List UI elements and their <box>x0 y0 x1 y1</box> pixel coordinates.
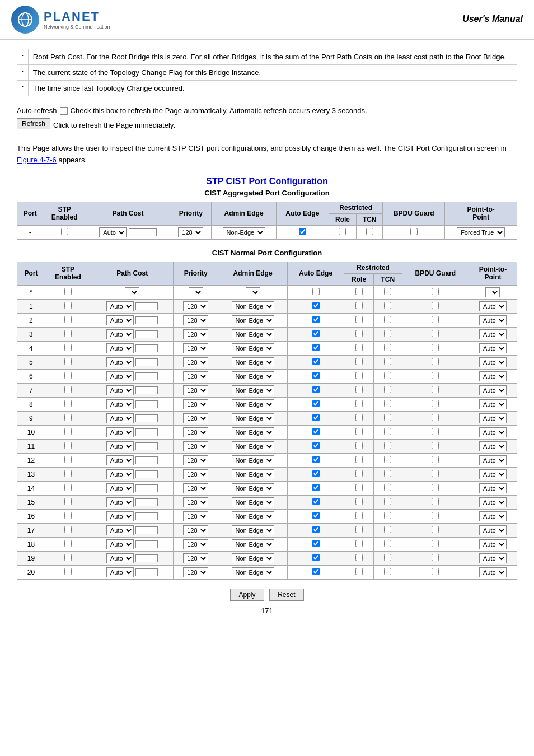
path-cost-select[interactable]: Auto <box>106 301 134 311</box>
priority-cell[interactable]: 128 <box>174 523 218 537</box>
adminedge-select[interactable]: Non-Edge <box>232 371 274 381</box>
path-cost-input[interactable] <box>135 540 158 548</box>
role-checkbox[interactable] <box>355 358 363 365</box>
adminedge-select[interactable]: Non-Edge <box>232 469 274 479</box>
adminedge-select[interactable]: Non-Edge <box>232 497 274 507</box>
p2p-select[interactable]: Auto <box>479 525 507 535</box>
role-cell[interactable] <box>344 299 374 313</box>
tcn-checkbox[interactable] <box>384 302 391 309</box>
stp-enabled-checkbox[interactable] <box>64 470 72 477</box>
p2p-select[interactable]: Auto <box>479 469 507 479</box>
bpdu-checkbox[interactable] <box>432 288 439 295</box>
tcn-cell[interactable] <box>373 467 402 481</box>
priority-cell[interactable]: 128 <box>174 467 218 481</box>
bpdu-checkbox[interactable] <box>432 414 439 421</box>
path-cost-select[interactable]: Auto <box>106 329 134 339</box>
agg-autoedge-checkbox[interactable] <box>299 228 306 235</box>
tcn-checkbox[interactable] <box>384 400 391 407</box>
path-cost-cell[interactable]: Auto <box>91 411 174 425</box>
tcn-cell[interactable] <box>373 537 402 551</box>
role-cell[interactable] <box>344 411 374 425</box>
stp-enabled-cell[interactable] <box>45 411 91 425</box>
path-cost-select[interactable]: Auto <box>106 399 134 409</box>
priority-cell[interactable]: 128 <box>174 369 218 383</box>
role-checkbox[interactable] <box>355 288 363 295</box>
tcn-cell[interactable] <box>373 425 402 439</box>
role-checkbox[interactable] <box>355 386 363 393</box>
p2p-cell[interactable] <box>469 285 517 299</box>
p2p-cell[interactable]: Auto <box>469 453 517 467</box>
bpdu-checkbox[interactable] <box>432 302 439 309</box>
role-cell[interactable] <box>344 355 374 369</box>
priority-cell[interactable]: 128 <box>174 537 218 551</box>
stp-enabled-checkbox[interactable] <box>64 288 72 295</box>
adminedge-select[interactable]: Non-Edge <box>232 483 274 493</box>
auto-edge-cell[interactable] <box>288 495 344 509</box>
admin-edge-cell[interactable] <box>218 285 288 299</box>
role-checkbox[interactable] <box>355 344 363 351</box>
priority-cell[interactable] <box>174 285 218 299</box>
bpdu-cell[interactable] <box>402 523 469 537</box>
admin-edge-cell[interactable]: Non-Edge <box>218 355 288 369</box>
admin-edge-cell[interactable]: Non-Edge <box>218 481 288 495</box>
priority-cell[interactable]: 128 <box>174 439 218 453</box>
auto-edge-checkbox[interactable] <box>312 470 320 477</box>
p2p-cell[interactable]: Auto <box>469 551 517 565</box>
auto-edge-cell[interactable] <box>288 537 344 551</box>
adminedge-select[interactable]: Non-Edge <box>232 567 274 577</box>
auto-edge-cell[interactable] <box>288 411 344 425</box>
p2p-select[interactable]: Auto <box>479 357 507 367</box>
tcn-checkbox[interactable] <box>384 568 391 575</box>
auto-edge-checkbox[interactable] <box>312 330 320 337</box>
path-cost-input[interactable] <box>135 512 158 520</box>
auto-edge-checkbox[interactable] <box>312 428 320 435</box>
priority-select[interactable]: 128 <box>183 329 208 339</box>
stp-enabled-checkbox[interactable] <box>64 302 72 309</box>
p2p-cell[interactable]: Auto <box>469 565 517 579</box>
auto-edge-checkbox[interactable] <box>312 386 320 393</box>
p2p-select[interactable]: Auto <box>479 301 507 311</box>
path-cost-cell[interactable]: Auto <box>91 453 174 467</box>
reset-button[interactable]: Reset <box>269 589 303 601</box>
priority-select[interactable]: 128 <box>183 483 208 493</box>
path-cost-cell[interactable]: Auto <box>91 369 174 383</box>
stp-enabled-checkbox[interactable] <box>64 372 72 379</box>
path-cost-cell[interactable] <box>91 285 174 299</box>
priority-cell[interactable]: 128 <box>174 481 218 495</box>
p2p-select[interactable]: Auto <box>479 343 507 353</box>
admin-edge-cell[interactable]: Non-Edge <box>218 327 288 341</box>
bpdu-cell[interactable] <box>402 467 469 481</box>
adminedge-select[interactable]: Non-Edge <box>232 525 274 535</box>
priority-select[interactable]: 128 <box>183 371 208 381</box>
auto-edge-checkbox[interactable] <box>312 526 320 533</box>
p2p-select[interactable]: Auto <box>479 399 507 409</box>
tcn-checkbox[interactable] <box>384 470 391 477</box>
stp-enabled-cell[interactable] <box>45 369 91 383</box>
stp-enabled-cell[interactable] <box>45 481 91 495</box>
auto-edge-cell[interactable] <box>288 509 344 523</box>
p2p-cell[interactable]: Auto <box>469 537 517 551</box>
stp-enabled-cell[interactable] <box>45 523 91 537</box>
bpdu-cell[interactable] <box>402 425 469 439</box>
agg-tcn[interactable] <box>357 225 383 239</box>
tcn-checkbox[interactable] <box>384 442 391 449</box>
bpdu-cell[interactable] <box>402 313 469 327</box>
refresh-button[interactable]: Refresh <box>17 118 50 129</box>
role-cell[interactable] <box>344 369 374 383</box>
priority-cell[interactable]: 128 <box>174 397 218 411</box>
path-cost-select[interactable]: Auto <box>106 427 134 437</box>
p2p-select[interactable]: Auto <box>479 427 507 437</box>
tcn-cell[interactable] <box>373 327 402 341</box>
auto-edge-cell[interactable] <box>288 523 344 537</box>
role-cell[interactable] <box>344 495 374 509</box>
p2p-cell[interactable]: Auto <box>469 495 517 509</box>
p2p-cell[interactable]: Auto <box>469 481 517 495</box>
priority-select[interactable]: 128 <box>183 469 208 479</box>
bpdu-cell[interactable] <box>402 495 469 509</box>
agg-path-cost[interactable]: Auto <box>86 225 170 239</box>
auto-edge-checkbox[interactable] <box>312 372 320 379</box>
priority-cell[interactable]: 128 <box>174 509 218 523</box>
bpdu-cell[interactable] <box>402 355 469 369</box>
p2p-select[interactable]: Auto <box>479 455 507 465</box>
stp-enabled-checkbox[interactable] <box>64 568 72 575</box>
